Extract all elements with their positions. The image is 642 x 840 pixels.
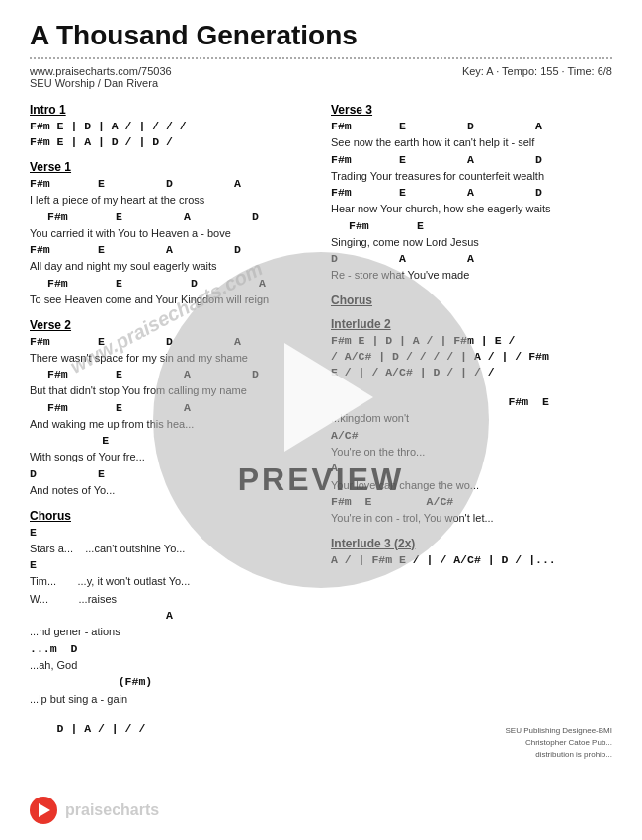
left-column: Intro 1 F#m E | D | A / | / / / F#m E | … bbox=[30, 103, 311, 737]
song-title: A Thousand Generations bbox=[30, 20, 612, 51]
page: A Thousand Generations www.praisecharts.… bbox=[0, 0, 642, 840]
song-meta-right: Key: A · Tempo: 155 · Time: 6/8 bbox=[462, 65, 612, 89]
section-verse1: Verse 1 bbox=[30, 160, 311, 174]
play-button[interactable] bbox=[30, 797, 57, 824]
section-verse2: Verse 2 bbox=[30, 318, 311, 332]
right-column: Verse 3 F#m E D A See now the earth how … bbox=[331, 103, 612, 737]
section-interlude3: Interlude 3 (2x) bbox=[331, 537, 612, 550]
play-icon bbox=[39, 803, 50, 817]
section-intro1: Intro 1 bbox=[30, 103, 311, 117]
meta-row: www.praisecharts.com/75036 SEU Worship /… bbox=[30, 65, 612, 89]
brand-label: praisecharts bbox=[65, 801, 159, 819]
section-verse3: Verse 3 bbox=[331, 103, 612, 117]
divider bbox=[30, 57, 612, 59]
song-url-and-author: www.praisecharts.com/75036 SEU Worship /… bbox=[30, 65, 172, 89]
footer: praisecharts bbox=[30, 797, 612, 824]
copyright: SEU Publishing Designee-BMI Christopher … bbox=[506, 725, 613, 761]
section-chorus1: Chorus bbox=[30, 509, 311, 523]
section-interlude2: Interlude 2 bbox=[331, 317, 612, 331]
content-columns: Intro 1 F#m E | D | A / | / / / F#m E | … bbox=[30, 103, 612, 737]
section-chorus2: Chorus bbox=[331, 294, 612, 307]
